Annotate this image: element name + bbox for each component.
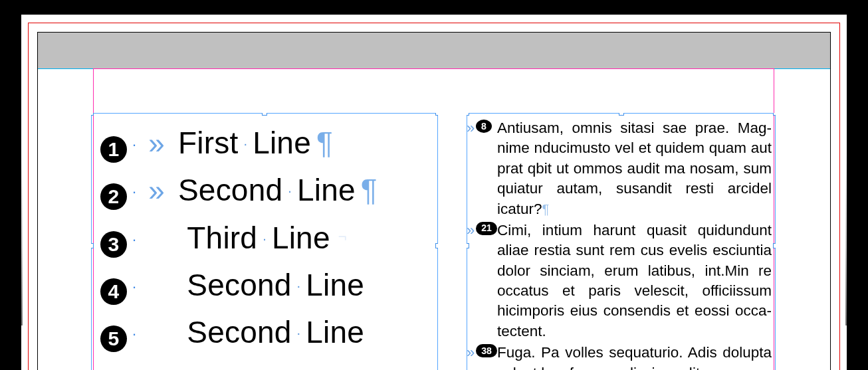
indesign-canvas[interactable]: 1·»First·Line¶2·»Second·Line¶3·Third·Lin… [0, 0, 868, 370]
paragraph[interactable]: »38Fuga. Pa volles sequaturio. Adis dolu… [467, 343, 772, 370]
paragraph-text: Antiusam, omnis sitasi sae prae. Mag­nim… [497, 120, 772, 217]
hidden-char-space: · [296, 323, 302, 343]
paragraph[interactable]: »21Cimi, intium harunt quasit quidundunt… [467, 221, 772, 341]
list-item-word: Second [178, 167, 282, 214]
body-text[interactable]: »8Antiusam, omnis sitasi sae prae. Mag­n… [467, 113, 776, 370]
list-item-word: Line [306, 309, 364, 356]
paragraph-text: Cimi, intium harunt quasit quidundunt al… [497, 222, 772, 339]
list-item-word: Line [297, 167, 356, 214]
hidden-char-space: · [242, 134, 249, 154]
line-number-badge: 8 [476, 120, 492, 133]
list-item[interactable]: 4·Second·Line [100, 262, 429, 309]
list-item-word: Line [272, 215, 330, 262]
hidden-char-tab: » [467, 221, 475, 240]
list-item-word: Second [187, 262, 291, 309]
hidden-char-dot: · [131, 323, 138, 345]
list-number-bullet: 1 [100, 136, 127, 163]
list-item-word: Line [306, 262, 364, 309]
paragraph[interactable]: »8Antiusam, omnis sitasi sae prae. Mag­n… [467, 118, 772, 219]
list-number-bullet: 3 [100, 231, 127, 258]
numbered-list[interactable]: 1·»First·Line¶2·»Second·Line¶3·Third·Lin… [91, 113, 438, 356]
hidden-char-space: · [286, 181, 293, 201]
hidden-char-space: · [261, 229, 268, 249]
paragraph-text: Fuga. Pa volles sequaturio. Adis dolupta… [497, 344, 772, 370]
canvas-shadow-left [0, 153, 23, 325]
list-item[interactable]: 1·»First·Line¶ [100, 120, 429, 167]
hidden-char-pilcrow: ¶ [315, 120, 333, 167]
text-frame-right[interactable]: »8Antiusam, omnis sitasi sae prae. Mag­n… [467, 113, 776, 370]
list-item[interactable]: 5·Second·Line [100, 309, 429, 356]
list-item[interactable]: 3·Third·Line¬ [100, 215, 429, 262]
list-item-word: Line [253, 120, 311, 167]
line-number-badge: 21 [476, 222, 497, 235]
hidden-char-dot: · [131, 276, 138, 298]
hidden-char-tab: » [142, 121, 174, 166]
list-item-word: First [178, 120, 238, 167]
page[interactable]: 1·»First·Line¶2·»Second·Line¶3·Third·Lin… [21, 15, 847, 370]
hidden-char-tab: » [467, 343, 475, 363]
line-number-badge: 38 [476, 344, 497, 357]
canvas-shadow-right [845, 153, 868, 325]
hidden-char-soft-return: ¬ [334, 226, 347, 248]
hidden-char-space: · [296, 276, 302, 296]
list-item-word: Second [187, 309, 291, 356]
list-item[interactable]: 2·»Second·Line¶ [100, 167, 429, 214]
hidden-char-pilcrow: ¶ [542, 202, 550, 217]
hidden-char-dot: · [131, 134, 138, 156]
hidden-char-dot: · [131, 181, 138, 203]
page-header-band [38, 33, 830, 68]
list-number-bullet: 5 [100, 325, 127, 352]
hidden-char-dot: · [131, 229, 138, 251]
hidden-char-tab: » [142, 168, 174, 213]
list-number-bullet: 2 [100, 183, 127, 210]
list-item-word: Third [187, 215, 257, 262]
hidden-char-tab: » [467, 118, 475, 138]
baseline-guide [38, 68, 830, 69]
text-frame-left[interactable]: 1·»First·Line¶2·»Second·Line¶3·Third·Lin… [91, 113, 438, 370]
hidden-char-pilcrow: ¶ [360, 167, 378, 214]
list-number-bullet: 4 [100, 278, 127, 305]
